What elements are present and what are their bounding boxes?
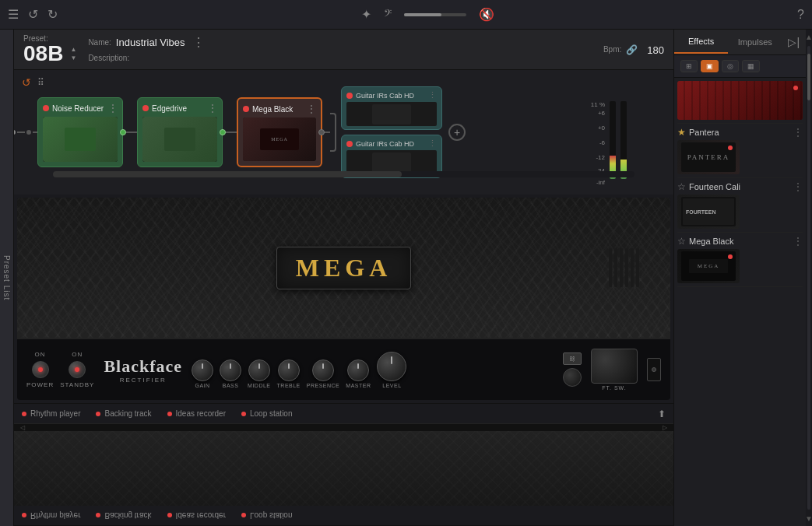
undo-icon[interactable]: ↺ — [28, 7, 38, 22]
help-icon[interactable]: ? — [797, 8, 804, 22]
fourteen-more[interactable]: ⋮ — [793, 181, 803, 192]
amp-body: MEGA — [17, 198, 670, 338]
scroll-top-button[interactable]: ▲ — [805, 30, 812, 44]
effect-list-item-1 — [677, 81, 803, 124]
impulses-tab[interactable]: Impulses — [728, 31, 782, 53]
middle-knob[interactable]: MIDDLE — [248, 359, 270, 388]
vu-tick-inf: -inf — [596, 179, 605, 186]
preset-desc-row: Description: — [88, 50, 594, 64]
effect-node-noise-reducer[interactable]: Noise Reducer ⋮ — [37, 97, 123, 167]
preset-list-tab[interactable]: Preset List — [0, 30, 14, 526]
cab-node-1[interactable]: Guitar IRs Cab HD ⋮ — [341, 86, 442, 130]
master-knob[interactable]: MASTER — [346, 359, 371, 388]
chain-nodes: Noise Reducer ⋮ Ed — [22, 93, 666, 171]
pantera-header: ★ Pantera ⋮ — [677, 127, 803, 138]
amp-circle-control[interactable] — [563, 368, 582, 387]
preset-id: 08B — [23, 43, 63, 65]
standby-label: STANDBY — [60, 381, 94, 388]
vu-tick-m12: -12 — [596, 154, 605, 161]
transport-ideas[interactable]: Ideas recorder — [167, 409, 226, 418]
presence-label: PRESENCE — [307, 383, 340, 388]
redo-icon[interactable]: ↻ — [47, 7, 58, 22]
power-switch[interactable] — [32, 361, 49, 378]
cab2-more[interactable]: ⋮ — [428, 139, 437, 149]
mega-black-list-more[interactable]: ⋮ — [793, 236, 803, 247]
rhythm-label: Rhythm player — [30, 409, 80, 418]
guitar-icon[interactable]: 𝄢 — [384, 8, 392, 22]
ideas-label: Ideas recorder — [176, 409, 226, 418]
preset-more-button[interactable]: ⋮ — [192, 35, 205, 50]
effects-list: ★ Pantera ⋮ PANTERA ☆ Fou — [674, 78, 806, 526]
bass-knob[interactable]: BASS — [220, 359, 241, 388]
cab-split: Guitar IRs Cab HD ⋮ Guitar IRs Cab HD ⋮ — [341, 86, 442, 178]
volume-bar[interactable] — [404, 13, 466, 16]
mega-black-more[interactable]: ⋮ — [307, 103, 316, 114]
gain-knob[interactable]: GAIN — [192, 359, 213, 388]
left-expand-icon[interactable]: ◁ — [20, 424, 25, 431]
level-knob[interactable]: LEVEL — [377, 352, 406, 388]
backing-label: Backing track — [104, 409, 151, 418]
presence-knob[interactable]: PRESENCE — [307, 359, 340, 388]
scroll-track — [807, 46, 810, 510]
filter-cab[interactable]: ◎ — [722, 60, 739, 72]
chain-scrollbar[interactable] — [53, 171, 634, 177]
mute-icon[interactable]: 🔇 — [479, 7, 494, 22]
fourteen-star[interactable]: ☆ — [677, 181, 686, 192]
effect-node-edgedrive[interactable]: Edgedrive ⋮ — [137, 97, 223, 167]
effects-tab[interactable]: Effects — [674, 30, 728, 54]
cab2-name: Guitar IRs Cab HD — [356, 140, 414, 148]
panel-expand-icon[interactable]: ▷| — [782, 30, 806, 54]
cab1-name: Guitar IRs Cab HD — [356, 92, 414, 100]
add-button-right[interactable]: + — [448, 124, 466, 141]
cab-header-2: Guitar IRs Cab HD ⋮ — [346, 139, 437, 149]
cab-header-1: Guitar IRs Cab HD ⋮ — [346, 90, 437, 100]
treble-knob[interactable]: TREBLE — [277, 359, 301, 388]
cab1-more[interactable]: ⋮ — [428, 90, 437, 100]
preset-name-label: Name: — [88, 38, 111, 47]
first-effect-thumb — [677, 81, 803, 120]
noise-reducer-led — [43, 105, 49, 111]
preset-down-arrow[interactable]: ▼ — [68, 54, 79, 62]
filter-amp[interactable]: ▣ — [701, 60, 719, 72]
transport-bar: Rhythm player Backing track Ideas record… — [14, 403, 673, 423]
transport-upload-icon[interactable]: ⬆ — [658, 409, 666, 419]
transport-loop[interactable]: Loop station — [241, 409, 293, 418]
filter-eff[interactable]: ▦ — [742, 60, 760, 72]
pantera-star[interactable]: ★ — [677, 127, 686, 138]
link-button[interactable]: ⛓ — [563, 352, 582, 365]
footswitch: FT. SW. — [591, 349, 638, 391]
scroll-bottom-button[interactable]: ▼ — [805, 511, 812, 526]
mirrored-transport: Rhythm player Backing track Ideas record… — [14, 506, 673, 526]
filter-all[interactable]: ⊞ — [680, 60, 698, 72]
jack-hole — [652, 367, 656, 372]
standby-switch[interactable] — [69, 361, 86, 378]
input-dot — [14, 130, 16, 135]
right-expand-icon[interactable]: ▷ — [663, 424, 667, 431]
noise-reducer-more[interactable]: ⋮ — [108, 103, 118, 114]
fourteen-thumb-inner: FOURTEEN — [677, 195, 740, 229]
menu-icon[interactable]: ☰ — [8, 7, 19, 22]
noise-reducer-name: Noise Reducer — [52, 104, 105, 113]
effect-header-noise-reducer: Noise Reducer ⋮ — [43, 103, 118, 114]
preset-name-row: Name: Industrial Vibes ⋮ — [88, 35, 594, 50]
m-rhythm-label: Rhythm player — [30, 511, 80, 520]
volume-fill — [404, 13, 441, 16]
preset-up-arrow[interactable]: ▲ — [68, 46, 79, 54]
transport-backing[interactable]: Backing track — [96, 409, 151, 418]
mega-black-name: Mega Black — [252, 105, 304, 114]
edgedrive-more[interactable]: ⋮ — [208, 103, 217, 114]
transport-rhythm[interactable]: Rhythm player — [22, 409, 80, 418]
pantera-more[interactable]: ⋮ — [793, 127, 803, 138]
bpm-link-icon[interactable]: 🔗 — [626, 44, 638, 55]
mega-black-list-name: Mega Black — [689, 237, 790, 246]
amp-brand-text: Blackface — [104, 356, 182, 377]
amp-footer: ON POWER ON STANDBY — [17, 338, 670, 400]
chain-power-icon[interactable]: ↺ — [22, 76, 31, 89]
footswitch-body[interactable] — [591, 349, 638, 384]
effect-node-mega-black[interactable]: Mega Black ⋮ MEGA — [237, 97, 322, 167]
tune-icon[interactable]: ✦ — [361, 7, 371, 22]
signal-chain: ↺ ⠿ Noise Reducer — [14, 70, 673, 195]
mega-black-star[interactable]: ☆ — [677, 236, 686, 247]
chain-dots-icon[interactable]: ⠿ — [37, 77, 44, 88]
add-after-cabs: + — [448, 124, 466, 141]
